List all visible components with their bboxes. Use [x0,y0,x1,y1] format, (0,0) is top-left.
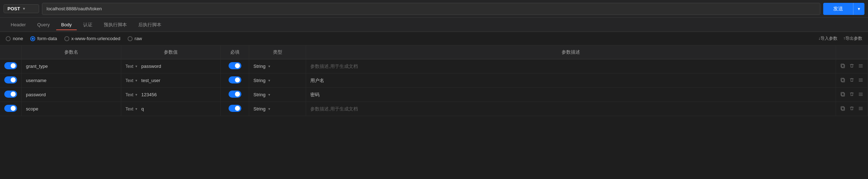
export-params-button[interactable]: ↑导出参数 [843,36,862,42]
text-type-chevron-icon: ▼ [135,93,138,97]
row-param-value-cell: Text ▼ 123456 [121,88,221,102]
menu-icon[interactable] [858,92,863,98]
row-param-name-cell: scope [22,102,121,116]
radio-raw[interactable]: raw [128,36,142,41]
row-param-value-cell: Text ▼ q [121,102,221,116]
row-text-badge[interactable]: Text ▼ [125,78,138,83]
row-required-cell [221,102,249,116]
row-type-select[interactable]: String ▼ [253,92,271,97]
row-type-select[interactable]: String ▼ [253,78,271,83]
svg-rect-19 [859,109,863,110]
tab-auth[interactable]: 认证 [78,19,97,31]
row-param-value-cell: Text ▼ test_user [121,74,221,88]
row-param-name-text: username [26,78,47,83]
tab-pre-script[interactable]: 预执行脚本 [99,19,132,31]
row-required-cell [221,74,249,88]
radio-form-data[interactable]: form-data [30,36,57,41]
copy-icon[interactable] [840,77,846,84]
row-required-toggle-row-4[interactable] [229,105,241,112]
row-type-cell: String ▼ [249,59,306,74]
delete-icon[interactable] [849,63,854,70]
url-input[interactable] [42,3,820,15]
menu-icon[interactable] [858,63,863,70]
import-params-button[interactable]: ↓导入参数 [818,36,837,42]
table-row: username Text ▼ test_user String ▼ 用户名 [0,74,868,88]
row-description-text: 参数描述,用于生成文档 [310,106,358,112]
text-type-chevron-icon: ▼ [135,107,138,111]
row-description-text: 密码 [310,92,320,97]
type-chevron-icon: ▼ [268,79,271,82]
radio-none[interactable]: none [6,36,23,41]
row-type-cell: String ▼ [249,88,306,102]
send-button[interactable]: 发送 [823,3,853,15]
row-required-toggle-row-1[interactable] [229,62,241,69]
radio-urlencoded-label: x-www-form-urlencoded [71,36,120,41]
menu-icon[interactable] [858,77,863,84]
radio-raw-circle [128,36,133,41]
row-text-badge[interactable]: Text ▼ [125,92,138,97]
svg-rect-17 [859,107,863,107]
row-actions [840,106,863,112]
send-button-chevron[interactable]: ▼ [853,3,864,15]
row-param-name-cell: username [22,74,121,88]
row-param-value-text: password [141,64,161,69]
row-toggle-row-3[interactable] [4,91,17,98]
radio-urlencoded[interactable]: x-www-form-urlencoded [64,36,120,41]
tab-header[interactable]: Header [6,19,31,30]
tab-body[interactable]: Body [56,19,77,30]
row-toggle-row-4[interactable] [4,105,17,112]
th-param-value: 参数值 [121,45,221,59]
row-description-text: 用户名 [310,78,324,83]
row-type-select[interactable]: String ▼ [253,106,271,112]
text-type-chevron-icon: ▼ [135,65,138,68]
th-required: 必填 [221,45,249,59]
row-required-toggle-row-3[interactable] [229,91,241,98]
row-param-value-text: 123456 [141,92,157,97]
tab-post-script[interactable]: 后执行脚本 [133,19,166,31]
row-required-cell [221,88,249,102]
method-label: POST [7,6,20,11]
copy-icon[interactable] [840,63,846,70]
table-row: password Text ▼ 123456 String ▼ 密码 [0,88,868,102]
tab-query[interactable]: Query [32,19,55,30]
row-toggle-row-2[interactable] [4,76,17,83]
params-table: 参数名 参数值 必填 类型 参数描述 grant_type Text ▼ pas… [0,45,868,116]
row-description-cell: 密码 [306,88,836,102]
row-param-value-text: q [141,106,144,112]
row-toggle-cell [0,102,22,116]
text-type-chevron-icon: ▼ [135,79,138,82]
row-actions [840,77,863,84]
row-text-badge[interactable]: Text ▼ [125,107,138,112]
th-type: 类型 [249,45,306,59]
row-param-name-text: scope [26,106,38,112]
th-checkbox [0,45,22,59]
delete-icon[interactable] [849,106,854,112]
svg-rect-7 [859,78,863,79]
method-select[interactable]: POST ▼ [4,4,39,13]
row-toggle-row-1[interactable] [4,62,17,69]
svg-rect-18 [859,108,863,108]
row-description-cell: 用户名 [306,74,836,88]
th-description: 参数描述 [306,45,836,59]
row-toggle-cell [0,74,22,88]
svg-rect-3 [859,65,863,66]
type-chevron-icon: ▼ [268,107,271,111]
row-param-value-cell: Text ▼ password [121,59,221,74]
type-chevron-icon: ▼ [268,93,271,97]
copy-icon[interactable] [840,92,846,98]
svg-rect-13 [859,94,863,94]
svg-rect-9 [859,81,863,81]
row-text-badge[interactable]: Text ▼ [125,64,138,69]
radio-urlencoded-circle [64,36,69,41]
copy-icon[interactable] [840,106,846,112]
method-chevron-icon: ▼ [22,7,26,11]
row-param-name-cell: grant_type [22,59,121,74]
delete-icon[interactable] [849,92,854,98]
row-toggle-cell [0,88,22,102]
row-required-toggle-row-2[interactable] [229,76,241,83]
row-type-select[interactable]: String ▼ [253,64,271,69]
table-row: scope Text ▼ q String ▼ 参数描述,用于生成文档 [0,102,868,116]
delete-icon[interactable] [849,77,854,84]
menu-icon[interactable] [858,106,863,112]
row-param-name-cell: password [22,88,121,102]
